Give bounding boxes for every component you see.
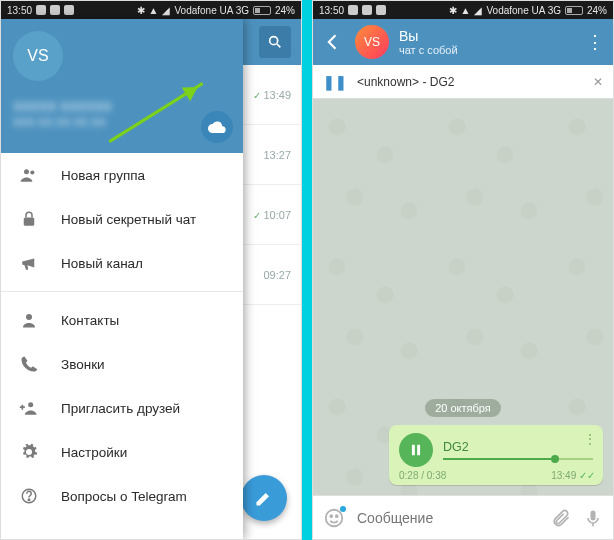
status-bar: 13:50 ✱ ▲ ◢ Vodafone UA 3G 24%: [1, 1, 301, 19]
saved-messages-button[interactable]: [201, 111, 233, 143]
read-icon: ✓✓: [579, 470, 595, 481]
attach-button[interactable]: [551, 508, 571, 528]
battery-percent: 24%: [275, 5, 295, 16]
chat-subtitle: чат с собой: [399, 44, 575, 57]
svg-point-3: [30, 170, 34, 174]
help-icon: [19, 486, 39, 506]
pause-button[interactable]: [399, 433, 433, 467]
app-icon: [348, 5, 358, 15]
menu-calls[interactable]: Звонки: [1, 342, 243, 386]
chat-avatar[interactable]: VS: [355, 25, 389, 59]
svg-point-8: [28, 499, 30, 501]
svg-point-13: [336, 515, 338, 517]
menu-label: Контакты: [61, 313, 119, 328]
svg-rect-9: [412, 445, 415, 456]
menu-label: Новый канал: [61, 256, 143, 271]
lock-icon: [19, 209, 39, 229]
menu-label: Новый секретный чат: [61, 212, 196, 227]
wifi-icon: ▲: [461, 5, 471, 16]
menu-button[interactable]: ⋮: [585, 31, 605, 53]
invite-icon: [19, 398, 39, 418]
chat-title-block[interactable]: Вы чат с собой: [399, 28, 575, 57]
audio-player-bar[interactable]: ❚❚ <unknown> - DG2 ✕: [313, 65, 613, 99]
search-button[interactable]: [259, 26, 291, 58]
chat-area[interactable]: 20 октября ⋮ DG2 0:28 / 0:38 13:49 ✓✓: [313, 99, 613, 495]
pause-icon[interactable]: ❚❚: [323, 74, 347, 90]
gear-icon: [19, 442, 39, 462]
menu-label: Новая группа: [61, 168, 145, 183]
mic-button[interactable]: [583, 508, 603, 528]
svg-rect-10: [417, 445, 420, 456]
menu-label: Вопросы о Telegram: [61, 489, 187, 504]
status-bar: 13:50 ✱ ▲ ◢ Vodafone UA 3G 24%: [313, 1, 613, 19]
chat-header: VS Вы чат с собой ⋮: [313, 19, 613, 65]
status-time: 13:50: [7, 5, 32, 16]
svg-point-2: [24, 169, 29, 174]
read-icon: ✓: [253, 210, 261, 221]
audio-track[interactable]: DG2: [443, 440, 593, 460]
phone-icon: [19, 354, 39, 374]
svg-line-1: [277, 44, 280, 47]
chat-title: Вы: [399, 28, 575, 44]
separator: [302, 0, 312, 540]
drawer-header: VS XXXXX XXXXXX XXX XX XX XX XX: [1, 19, 243, 153]
svg-point-5: [26, 314, 32, 320]
battery-percent: 24%: [587, 5, 607, 16]
bluetooth-icon: ✱: [137, 5, 145, 16]
contacts-icon: [19, 310, 39, 330]
signal-icon: ◢: [162, 5, 170, 16]
megaphone-icon: [19, 253, 39, 273]
drawer-menu: Новая группа Новый секретный чат Новый к…: [1, 153, 243, 539]
menu-contacts[interactable]: Контакты: [1, 298, 243, 342]
user-avatar[interactable]: VS: [13, 31, 63, 81]
svg-rect-4: [24, 218, 35, 226]
menu-faq[interactable]: Вопросы о Telegram: [1, 474, 243, 518]
svg-point-11: [326, 509, 343, 526]
app-icon: [376, 5, 386, 15]
track-progress: 0:28 / 0:38: [399, 470, 446, 481]
message-time: 13:49 ✓✓: [551, 470, 595, 481]
divider: [1, 291, 243, 292]
user-phone: XXX XX XX XX XX: [13, 116, 231, 128]
user-name: XXXXX XXXXXX: [13, 99, 231, 114]
bluetooth-icon: ✱: [449, 5, 457, 16]
wifi-icon: ▲: [149, 5, 159, 16]
menu-settings[interactable]: Настройки: [1, 430, 243, 474]
menu-secret-chat[interactable]: Новый секретный чат: [1, 197, 243, 241]
audio-message-bubble[interactable]: ⋮ DG2 0:28 / 0:38 13:49 ✓✓: [389, 425, 603, 485]
battery-icon: [565, 6, 583, 15]
menu-new-group[interactable]: Новая группа: [1, 153, 243, 197]
svg-point-12: [330, 515, 332, 517]
navigation-drawer: VS XXXXX XXXXXX XXX XX XX XX XX Новая гр…: [1, 19, 243, 539]
menu-label: Настройки: [61, 445, 127, 460]
svg-point-0: [270, 37, 278, 45]
signal-icon: ◢: [474, 5, 482, 16]
app-icon: [50, 5, 60, 15]
menu-invite[interactable]: Пригласить друзей: [1, 386, 243, 430]
battery-icon: [253, 6, 271, 15]
date-chip: 20 октября: [425, 399, 501, 417]
emoji-button[interactable]: [323, 507, 345, 529]
left-screenshot: 13:50 ✱ ▲ ◢ Vodafone UA 3G 24% ✓13:49 13…: [0, 0, 302, 540]
svg-rect-14: [591, 510, 596, 520]
menu-label: Звонки: [61, 357, 105, 372]
status-time: 13:50: [319, 5, 344, 16]
app-icon: [362, 5, 372, 15]
player-track: <unknown> - DG2: [357, 75, 583, 89]
track-name: DG2: [443, 440, 593, 454]
menu-new-channel[interactable]: Новый канал: [1, 241, 243, 285]
back-button[interactable]: [321, 32, 345, 52]
close-player-button[interactable]: ✕: [593, 75, 603, 89]
read-icon: ✓: [253, 90, 261, 101]
app-icon: [36, 5, 46, 15]
compose-fab[interactable]: [241, 475, 287, 521]
group-icon: [19, 165, 39, 185]
more-icon[interactable]: ⋮: [583, 431, 597, 447]
menu-label: Пригласить друзей: [61, 401, 180, 416]
app-icon: [64, 5, 74, 15]
seek-handle[interactable]: [551, 455, 559, 463]
carrier-label: Vodafone UA 3G: [486, 5, 561, 16]
carrier-label: Vodafone UA 3G: [174, 5, 249, 16]
message-input[interactable]: [357, 510, 539, 526]
message-input-bar: [313, 495, 613, 539]
